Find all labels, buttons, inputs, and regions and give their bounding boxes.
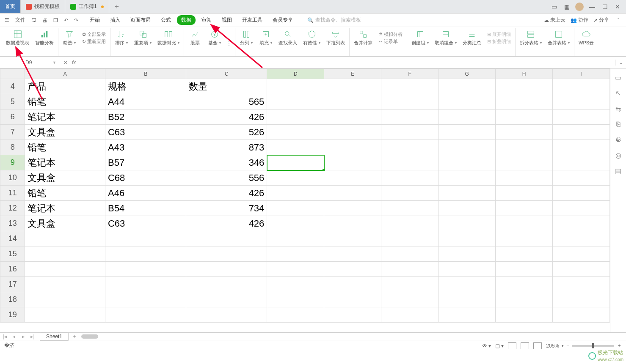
record-form-button[interactable]: ☷记录单 [378,38,403,45]
cell-C15[interactable] [186,246,267,262]
collab-button[interactable]: 👥 协作 [571,16,588,24]
cell-H15[interactable] [496,246,553,262]
menu-icon[interactable]: ☰ [3,17,11,23]
cell-D12[interactable] [267,201,324,216]
cell-F13[interactable] [381,216,438,231]
subtotal-button[interactable]: 分类汇总 [460,29,484,47]
cell-C11[interactable]: 426 [186,186,267,201]
menu-公式[interactable]: 公式 [157,15,175,25]
tab-add[interactable]: ＋ [109,0,124,13]
row-header-18[interactable]: 18 [0,292,25,307]
cell-A8[interactable]: 铅笔 [25,140,105,155]
zoom-slider[interactable] [572,345,614,347]
cell-I19[interactable] [552,307,609,323]
cell-A14[interactable] [25,231,105,246]
cell-A12[interactable]: 笔记本 [25,201,105,216]
cell-I4[interactable] [552,79,609,94]
cell-C9[interactable]: 346 [186,155,267,170]
cell-C8[interactable]: 873 [186,140,267,155]
col-header-B[interactable]: B [105,69,186,79]
text-to-columns-button[interactable]: 分列 [237,29,256,47]
cell-D10[interactable] [267,170,324,186]
cell-F19[interactable] [381,307,438,323]
cell-H6[interactable] [496,109,553,125]
menu-开发工具[interactable]: 开发工具 [238,15,267,25]
cell-A15[interactable] [25,246,105,262]
name-box[interactable]: D9▼ [0,57,59,68]
menu-会员专享[interactable]: 会员专享 [268,15,297,25]
cell-B7[interactable]: C63 [105,125,186,140]
row-header-5[interactable]: 5 [0,94,25,109]
menu-插入[interactable]: 插入 [106,15,124,25]
sheet-nav-next[interactable]: ▸ [19,334,28,339]
cell-B16[interactable] [105,262,186,277]
cell-B17[interactable] [105,277,186,292]
cell-E19[interactable] [324,307,381,323]
cloud-status[interactable]: ☁ 未上云 [544,16,565,24]
cell-A10[interactable]: 文具盒 [25,170,105,186]
side-select-icon[interactable]: ▭ [615,74,621,82]
cell-H9[interactable] [496,155,553,170]
cell-C12[interactable]: 734 [186,201,267,216]
cell-I18[interactable] [552,292,609,307]
cell-D9[interactable] [267,155,324,170]
cell-E9[interactable] [324,155,381,170]
command-search[interactable]: 🔍 查找命令、搜索模板 [307,16,361,24]
row-header-9[interactable]: 9 [0,155,25,170]
cell-F4[interactable] [381,79,438,94]
cell-H12[interactable] [496,201,553,216]
menu-开始[interactable]: 开始 [85,15,104,25]
spreadsheet-grid[interactable]: ABCDEFGHI4产品规格数量5铅笔A445656笔记本B524267文具盒C… [0,68,610,332]
ribbon-collapse-icon[interactable]: ˄ [614,17,623,23]
row-header-17[interactable]: 17 [0,277,25,292]
cell-B6[interactable]: B52 [105,109,186,125]
lookup-entry-button[interactable]: 查找录入 [276,29,300,47]
menu-视图[interactable]: 视图 [218,15,236,25]
cell-D6[interactable] [267,109,324,125]
cell-B19[interactable] [105,307,186,323]
row-header-7[interactable]: 7 [0,125,25,140]
side-cursor-icon[interactable]: ↖ [615,89,621,97]
cell-G12[interactable] [438,201,496,216]
cell-D15[interactable] [267,246,324,262]
cell-G7[interactable] [438,125,496,140]
view-normal[interactable] [508,342,516,349]
file-menu[interactable]: 文件 [14,16,27,24]
cell-I10[interactable] [552,170,609,186]
cell-F15[interactable] [381,246,438,262]
cell-G19[interactable] [438,307,496,323]
undo-icon[interactable]: ↶ [63,17,69,23]
cell-E18[interactable] [324,292,381,307]
cell-H11[interactable] [496,186,553,201]
cancel-fx-icon[interactable]: ✕ [63,60,68,66]
cell-E10[interactable] [324,170,381,186]
cell-C19[interactable] [186,307,267,323]
cell-F5[interactable] [381,94,438,109]
cell-B14[interactable] [105,231,186,246]
expand-detail-button[interactable]: ⊞展开明细 [487,31,511,38]
row-header-6[interactable]: 6 [0,109,25,125]
row-header-19[interactable]: 19 [0,307,25,323]
duplicates-button[interactable]: 重复项 [132,29,154,47]
row-header-12[interactable]: 12 [0,201,25,216]
cell-B8[interactable]: A43 [105,140,186,155]
cell-H14[interactable] [496,231,553,246]
cell-G8[interactable] [438,140,496,155]
view-page[interactable] [521,342,529,349]
col-header-E[interactable]: E [324,69,381,79]
view-break[interactable] [533,342,542,349]
cell-B12[interactable]: B54 [105,201,186,216]
cell-C17[interactable] [186,277,267,292]
cell-E6[interactable] [324,109,381,125]
cell-H10[interactable] [496,170,553,186]
cell-D13[interactable] [267,216,324,231]
cell-H7[interactable] [496,125,553,140]
cell-C14[interactable] [186,231,267,246]
merge-table-button[interactable]: 合并表格 [545,29,572,47]
sheet-nav-prev[interactable]: ◂ [9,334,19,339]
cell-D5[interactable] [267,94,324,109]
cell-A16[interactable] [25,262,105,277]
cell-D14[interactable] [267,231,324,246]
cell-B15[interactable] [105,246,186,262]
cell-I17[interactable] [552,277,609,292]
